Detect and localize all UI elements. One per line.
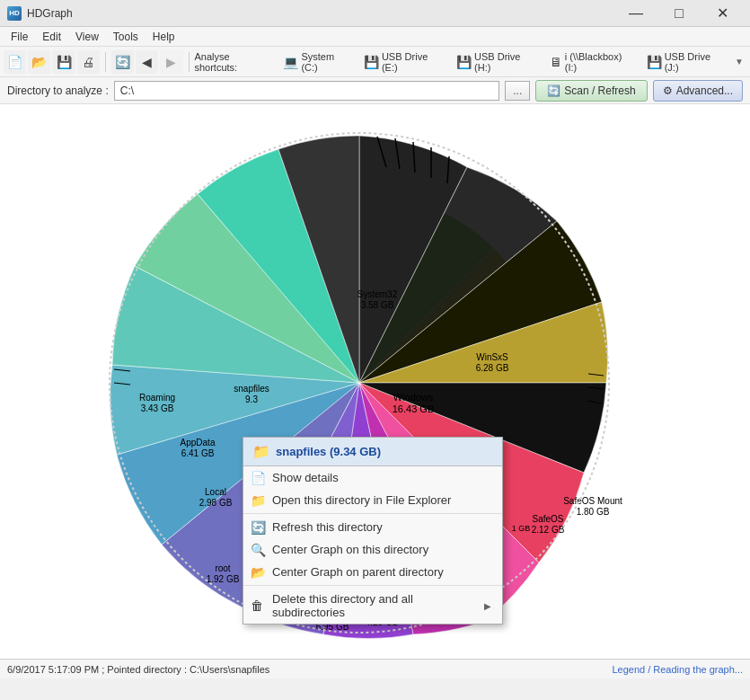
drive-h-icon: 💾	[456, 55, 472, 69]
ctx-refresh-dir[interactable]: 🔄 Refresh this directory	[243, 516, 502, 538]
drive-j[interactable]: 💾 USB Drive (J:)	[641, 49, 730, 75]
scan-button[interactable]: 🔄 Scan / Refresh	[535, 80, 647, 102]
menu-help[interactable]: Help	[146, 29, 182, 45]
advanced-button[interactable]: ⚙ Advanced...	[653, 80, 743, 102]
address-label: Directory to analyze :	[7, 84, 109, 97]
submenu-arrow-icon: ▶	[484, 601, 491, 611]
ctx-open-explorer[interactable]: 📁 Open this directory in File Explorer	[243, 489, 502, 511]
svg-text:2.12 GB: 2.12 GB	[532, 525, 565, 535]
svg-text:snapfiles: snapfiles	[234, 384, 269, 394]
delete-icon: 🗑	[251, 598, 263, 613]
address-bar: Directory to analyze : ... 🔄 Scan / Refr…	[0, 77, 750, 104]
close-button[interactable]: ✕	[701, 0, 743, 27]
svg-text:SafeOS Mount: SafeOS Mount	[563, 496, 622, 506]
svg-text:System32: System32	[357, 289, 398, 299]
title-bar: HD HDGraph — □ ✕	[0, 0, 750, 27]
ctx-delete-dir[interactable]: 🗑 Delete this directory and all subdirec…	[243, 588, 502, 624]
svg-text:9.3: 9.3	[245, 394, 258, 404]
center-parent-icon: 📂	[251, 565, 266, 580]
context-menu: 📁 snapfiles (9.34 GB) 📄 Show details 📁 O…	[243, 437, 503, 625]
new-button[interactable]: 📄	[4, 50, 26, 74]
maximize-button[interactable]: □	[658, 0, 700, 27]
refresh-button[interactable]: 🔄	[111, 50, 134, 74]
svg-text:AppData: AppData	[181, 438, 216, 447]
drive-e-icon: 💾	[364, 55, 379, 69]
title-left: HD HDGraph	[7, 6, 73, 21]
center-graph-icon: 🔍	[251, 543, 266, 557]
refresh-icon: 🔄	[547, 84, 560, 97]
ctx-center-parent[interactable]: 📂 Center Graph on parent directory	[243, 561, 502, 583]
explorer-icon: 📁	[251, 493, 266, 508]
svg-text:16.43 GB: 16.43 GB	[393, 403, 434, 414]
context-menu-title: snapfiles (9.34 GB)	[276, 445, 381, 458]
ctx-show-details[interactable]: 📄 Show details	[243, 466, 502, 489]
legend-link[interactable]: Legend / Reading the graph...	[612, 664, 743, 675]
toolbar-dropdown[interactable]: ▼	[732, 50, 746, 74]
status-text: 6/9/2017 5:17:09 PM ; Pointed directory …	[7, 664, 269, 675]
address-input[interactable]	[114, 81, 500, 101]
print-button[interactable]: 🖨	[77, 50, 100, 74]
context-menu-header: 📁 snapfiles (9.34 GB)	[243, 438, 502, 466]
main-area: SnapFiles	[0, 104, 750, 659]
status-bar: 6/9/2017 5:17:09 PM ; Pointed directory …	[0, 659, 750, 678]
drive-i-icon: 🖥	[550, 55, 562, 69]
refresh-dir-icon: 🔄	[251, 520, 266, 535]
back-button[interactable]: ◀	[136, 50, 158, 74]
svg-text:SafeOS: SafeOS	[532, 514, 563, 524]
menu-view[interactable]: View	[68, 29, 106, 45]
save-button[interactable]: 💾	[52, 50, 75, 74]
drive-h[interactable]: 💾 USB Drive (H:)	[451, 49, 543, 75]
details-icon: 📄	[251, 471, 266, 485]
menu-file[interactable]: File	[4, 29, 35, 45]
context-separator-1	[243, 513, 502, 514]
svg-text:WinSxS: WinSxS	[476, 352, 508, 362]
svg-text:1.92 GB: 1.92 GB	[207, 574, 240, 584]
window-controls: — □ ✕	[615, 0, 743, 27]
menu-edit[interactable]: Edit	[35, 29, 68, 45]
shortcuts-label: Analyse shortcuts:	[194, 51, 272, 73]
forward-button[interactable]: ▶	[160, 50, 182, 74]
minimize-button[interactable]: —	[615, 0, 657, 27]
svg-text:1 GB: 1 GB	[512, 524, 531, 533]
drive-j-icon: 💾	[647, 55, 662, 69]
drive-c-icon: 💻	[283, 55, 298, 69]
svg-text:Windows: Windows	[393, 392, 434, 403]
menu-bar: File Edit View Tools Help	[0, 27, 750, 47]
drive-i[interactable]: 🖥 i (\\Blackbox) (I:)	[544, 49, 640, 75]
context-separator-2	[243, 585, 502, 586]
svg-text:root: root	[215, 563, 230, 573]
browse-button[interactable]: ...	[505, 81, 530, 101]
window-title: HDGraph	[27, 7, 73, 20]
advanced-icon: ⚙	[663, 84, 673, 97]
menu-tools[interactable]: Tools	[106, 29, 146, 45]
separator-1	[105, 52, 106, 72]
svg-text:1.80 GB: 1.80 GB	[577, 507, 610, 517]
toolbar-end: ▼	[732, 50, 746, 74]
svg-text:6.41 GB: 6.41 GB	[181, 448, 215, 458]
ctx-center-graph[interactable]: 🔍 Center Graph on this directory	[243, 538, 502, 561]
svg-text:6.28 GB: 6.28 GB	[476, 363, 509, 373]
drive-c[interactable]: 💻 System (C:)	[278, 49, 357, 75]
separator-2	[189, 52, 190, 72]
svg-text:Local: Local	[205, 487, 226, 497]
toolbar: 📄 📂 💾 🖨 🔄 ◀ ▶ Analyse shortcuts: 💻 Syste…	[0, 47, 750, 77]
app-icon: HD	[7, 6, 22, 21]
svg-text:Roaming: Roaming	[139, 393, 175, 403]
svg-text:3.58 GB: 3.58 GB	[361, 300, 394, 310]
drive-e[interactable]: 💾 USB Drive (E:)	[358, 49, 449, 75]
context-folder-icon: 📁	[252, 443, 270, 460]
open-button[interactable]: 📂	[28, 50, 50, 74]
svg-text:3.43 GB: 3.43 GB	[141, 403, 174, 413]
svg-text:2.98 GB: 2.98 GB	[199, 498, 233, 508]
